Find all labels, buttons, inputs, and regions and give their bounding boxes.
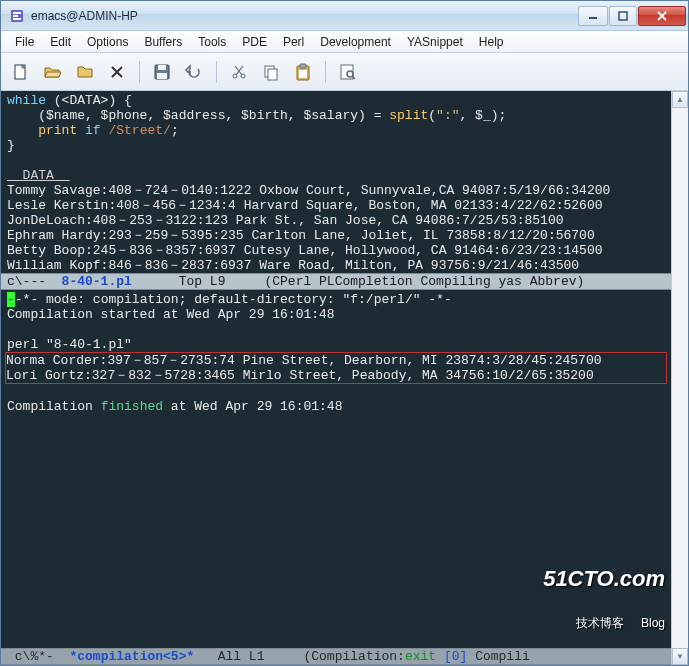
copy-button[interactable]	[257, 58, 285, 86]
minimize-button[interactable]	[578, 6, 608, 26]
svg-rect-1	[13, 12, 21, 14]
watermark: 51CTO.com 技术博客 Blog	[543, 541, 665, 646]
undo-button[interactable]	[180, 58, 208, 86]
save-button[interactable]	[148, 58, 176, 86]
app-icon	[9, 8, 25, 24]
search-button[interactable]	[334, 58, 362, 86]
window-frame: emacs@ADMIN-HP File Edit Options Buffers…	[0, 0, 689, 666]
menu-tools[interactable]: Tools	[190, 33, 234, 51]
open-folder-button[interactable]	[71, 58, 99, 86]
toolbar	[1, 53, 688, 91]
open-file-button[interactable]	[39, 58, 67, 86]
output-highlight: Norma Corder:397－857－2735:74 Pine Street…	[5, 352, 667, 384]
close-button[interactable]	[638, 6, 686, 26]
menu-file[interactable]: File	[7, 33, 42, 51]
code-buffer[interactable]: while (<DATA>) { ($name, $phone, $addres…	[1, 91, 671, 273]
menu-help[interactable]: Help	[471, 33, 512, 51]
svg-rect-15	[300, 64, 306, 68]
close-buffer-button[interactable]	[103, 58, 131, 86]
menu-pde[interactable]: PDE	[234, 33, 275, 51]
scroll-track[interactable]	[672, 108, 688, 648]
cursor: -	[7, 292, 15, 307]
maximize-button[interactable]	[609, 6, 637, 26]
menu-perl[interactable]: Perl	[275, 33, 312, 51]
titlebar[interactable]: emacs@ADMIN-HP	[1, 1, 688, 31]
toolbar-separator	[216, 61, 217, 83]
menu-yasnippet[interactable]: YASnippet	[399, 33, 471, 51]
compilation-buffer[interactable]: --*- mode: compilation; default-director…	[1, 290, 671, 648]
vertical-scrollbar[interactable]: ▲ ▼	[671, 91, 688, 665]
editor-container: while (<DATA>) { ($name, $phone, $addres…	[1, 91, 671, 665]
svg-rect-5	[619, 12, 627, 20]
cut-button[interactable]	[225, 58, 253, 86]
toolbar-separator	[139, 61, 140, 83]
new-file-button[interactable]	[7, 58, 35, 86]
menu-development[interactable]: Development	[312, 33, 399, 51]
svg-rect-8	[158, 65, 166, 70]
scroll-up-button[interactable]: ▲	[672, 91, 688, 108]
svg-rect-9	[157, 73, 167, 79]
svg-rect-3	[13, 18, 21, 20]
menubar: File Edit Options Buffers Tools PDE Perl…	[1, 31, 688, 53]
modeline-code[interactable]: c\--- 8-40-1.pl Top L9 (CPerl PLCompleti…	[1, 273, 671, 290]
window-title: emacs@ADMIN-HP	[31, 9, 578, 23]
svg-rect-16	[299, 70, 307, 78]
svg-rect-2	[13, 15, 18, 17]
menu-edit[interactable]: Edit	[42, 33, 79, 51]
menu-buffers[interactable]: Buffers	[136, 33, 190, 51]
menu-options[interactable]: Options	[79, 33, 136, 51]
svg-rect-13	[268, 69, 277, 80]
scroll-down-button[interactable]: ▼	[672, 648, 688, 665]
toolbar-separator	[325, 61, 326, 83]
paste-button[interactable]	[289, 58, 317, 86]
svg-rect-4	[589, 17, 597, 19]
modeline-compilation[interactable]: c\%*- *compilation<5>* All L1 (Compilati…	[1, 648, 671, 665]
